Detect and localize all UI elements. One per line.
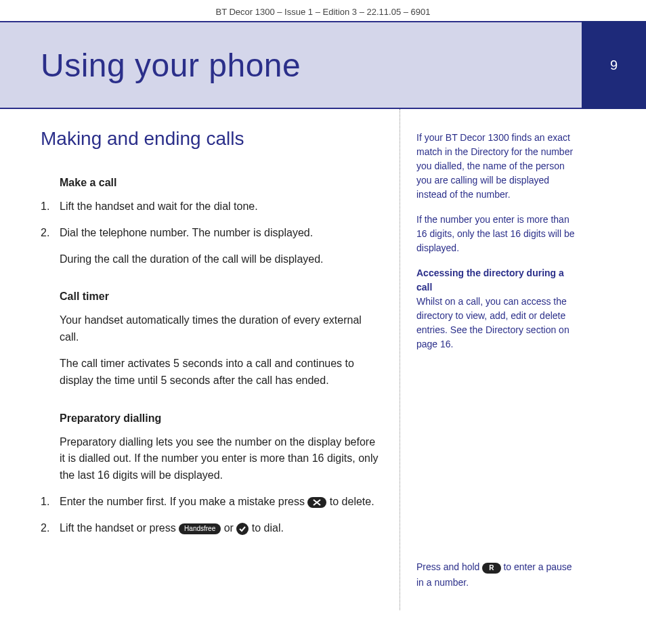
prep-dial-step-1: 1. Enter the number first. If you make a… — [60, 494, 379, 511]
list-number: 2. — [41, 225, 49, 242]
document-header: BT Decor 1300 – Issue 1 – Edition 3 – 22… — [0, 0, 646, 21]
sidebar-note-1: If your BT Decor 1300 finds an exact mat… — [416, 131, 576, 202]
list-number: 1. — [41, 198, 49, 215]
step-text-part: Lift the handset or press — [60, 522, 179, 534]
list-number: 1. — [41, 494, 49, 511]
sidebar-bottom-note: Press and hold R to enter a pause in a n… — [416, 559, 576, 590]
prep-dial-heading: Preparatory dialling — [60, 412, 379, 425]
call-timer-p1: Your handset automatically times the dur… — [60, 312, 379, 346]
list-number: 2. — [41, 520, 49, 537]
make-call-heading: Make a call — [60, 177, 379, 189]
sidebar-column: If your BT Decor 1300 finds an exact mat… — [400, 109, 589, 610]
step-text-part: to delete. — [330, 496, 374, 507]
make-call-note: During the call the duration of the call… — [60, 251, 379, 268]
main-column: Making and ending calls Make a call 1. L… — [0, 109, 393, 610]
title-band: Using your phone 9 — [0, 21, 646, 109]
prep-dial-block: Preparatory dialling Preparatory diallin… — [60, 412, 379, 537]
call-timer-heading: Call timer — [60, 291, 379, 303]
sidebar-note-2: If the number you enter is more than 16 … — [416, 213, 576, 255]
make-call-step-2: 2. Dial the telephone number. The number… — [60, 225, 379, 242]
step-text-part: to dial. — [252, 522, 284, 534]
call-timer-block: Call timer Your handset automatically ti… — [60, 291, 379, 389]
page-number-tab: 9 — [582, 21, 646, 109]
handsfree-key-icon: Handsfree — [179, 523, 221, 534]
call-timer-p2: The call timer activates 5 seconds into … — [60, 356, 379, 389]
section-title: Making and ending calls — [41, 128, 379, 150]
sidebar-note-3: Whilst on a call, you can access the dir… — [416, 296, 569, 349]
sidebar-subheading: Accessing the directory during a call — [416, 267, 564, 293]
make-a-call-block: Make a call 1. Lift the handset and wait… — [60, 177, 379, 267]
step-text: Dial the telephone number. The number is… — [60, 227, 313, 238]
prep-dial-step-2: 2. Lift the handset or press Handsfree o… — [60, 520, 379, 537]
make-call-step-1: 1. Lift the handset and wait for the dia… — [60, 198, 379, 215]
r-key-icon: R — [482, 563, 500, 574]
step-text: Lift the handset and wait for the dial t… — [60, 200, 258, 212]
step-text-part: or — [224, 522, 237, 534]
dial-key-icon — [236, 523, 249, 535]
sidebar-directory-block: Accessing the directory during a call Wh… — [416, 266, 576, 351]
delete-key-icon — [307, 497, 326, 508]
page-title: Using your phone — [41, 47, 301, 84]
bottom-text-part: Press and hold — [416, 561, 482, 572]
content-area: Making and ending calls Make a call 1. L… — [0, 109, 646, 610]
step-text-part: Enter the number first. If you make a mi… — [60, 496, 307, 507]
prep-dial-intro: Preparatory dialling lets you see the nu… — [60, 434, 379, 484]
